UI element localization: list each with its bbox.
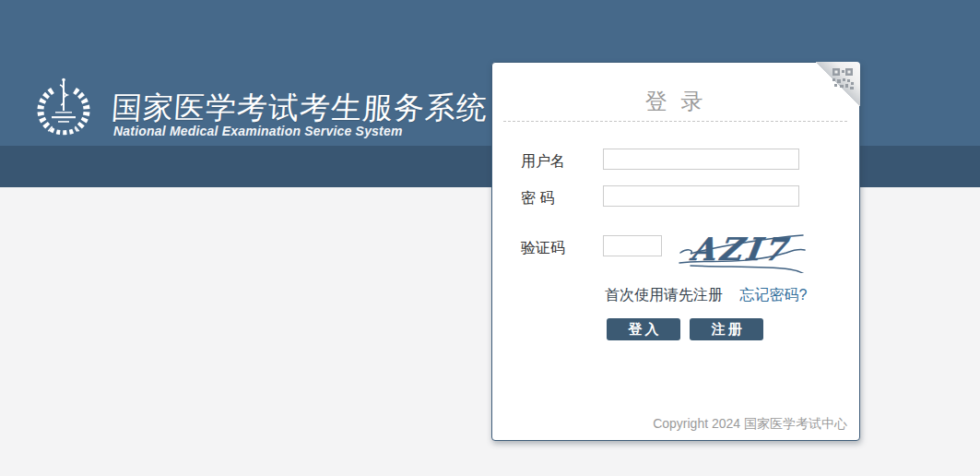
page: { "header": { "title_cn": "国家医学考试考生服务系统"… <box>0 0 980 476</box>
captcha-text: AZI7 <box>688 231 793 268</box>
login-title: 登 录 <box>492 87 859 116</box>
nmec-emblem-icon <box>30 76 97 142</box>
password-label: 密 码 <box>521 189 554 208</box>
login-card: 登 录 用户名 密 码 验证码 AZI7 首次使用请先注册 忘记密码? 登入 注… <box>491 62 860 441</box>
register-button[interactable]: 注册 <box>690 318 763 340</box>
username-input[interactable] <box>603 149 799 170</box>
password-input[interactable] <box>603 185 799 207</box>
captcha-label: 验证码 <box>521 239 565 258</box>
username-label: 用户名 <box>521 152 565 172</box>
captcha-image[interactable]: AZI7 <box>678 225 807 273</box>
login-button[interactable]: 登入 <box>607 318 680 340</box>
captcha-input[interactable] <box>603 235 662 256</box>
nmec-logo <box>30 76 97 142</box>
divider <box>503 121 847 122</box>
forgot-password-link[interactable]: 忘记密码? <box>739 287 807 303</box>
links-row: 首次使用请先注册 忘记密码? <box>605 286 807 305</box>
system-title-en: National Medical Examination Service Sys… <box>113 124 403 138</box>
copyright-text: Copyright 2024 国家医学考试中心 <box>653 416 847 433</box>
register-hint-link[interactable]: 首次使用请先注册 <box>605 287 723 303</box>
